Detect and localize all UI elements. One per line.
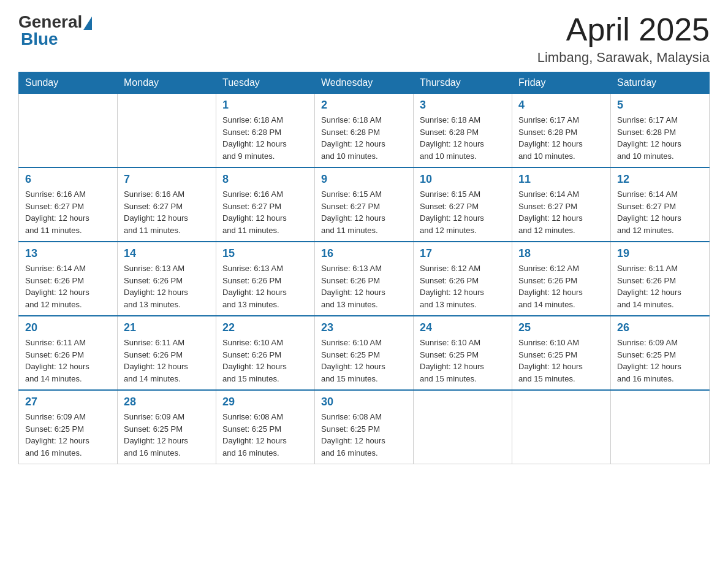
calendar-day-cell bbox=[414, 390, 512, 464]
day-info: Sunrise: 6:11 AMSunset: 6:26 PMDaylight:… bbox=[25, 337, 111, 385]
calendar-day-cell: 29Sunrise: 6:08 AMSunset: 6:25 PMDayligh… bbox=[216, 390, 315, 464]
day-info: Sunrise: 6:10 AMSunset: 6:25 PMDaylight:… bbox=[321, 337, 407, 385]
calendar-day-cell: 19Sunrise: 6:11 AMSunset: 6:26 PMDayligh… bbox=[611, 242, 710, 316]
calendar-day-cell: 25Sunrise: 6:10 AMSunset: 6:25 PMDayligh… bbox=[512, 316, 611, 390]
calendar-day-header: Friday bbox=[512, 72, 611, 94]
calendar-day-cell: 8Sunrise: 6:16 AMSunset: 6:27 PMDaylight… bbox=[216, 167, 315, 242]
calendar-day-header: Monday bbox=[118, 72, 216, 94]
day-info: Sunrise: 6:15 AMSunset: 6:27 PMDaylight:… bbox=[420, 188, 506, 236]
day-number: 9 bbox=[321, 173, 407, 186]
calendar-day-cell: 20Sunrise: 6:11 AMSunset: 6:26 PMDayligh… bbox=[19, 316, 118, 390]
day-info: Sunrise: 6:18 AMSunset: 6:28 PMDaylight:… bbox=[321, 114, 407, 162]
calendar-day-cell: 7Sunrise: 6:16 AMSunset: 6:27 PMDaylight… bbox=[118, 167, 216, 242]
calendar-day-cell: 16Sunrise: 6:13 AMSunset: 6:26 PMDayligh… bbox=[315, 242, 414, 316]
day-number: 12 bbox=[617, 173, 703, 186]
calendar-day-cell: 13Sunrise: 6:14 AMSunset: 6:26 PMDayligh… bbox=[19, 242, 118, 316]
day-info: Sunrise: 6:13 AMSunset: 6:26 PMDaylight:… bbox=[321, 262, 407, 310]
day-number: 19 bbox=[617, 247, 703, 260]
day-info: Sunrise: 6:12 AMSunset: 6:26 PMDaylight:… bbox=[518, 262, 604, 310]
calendar-header-row: SundayMondayTuesdayWednesdayThursdayFrid… bbox=[19, 72, 710, 94]
day-info: Sunrise: 6:08 AMSunset: 6:25 PMDaylight:… bbox=[321, 411, 407, 459]
day-number: 22 bbox=[222, 321, 308, 334]
day-info: Sunrise: 6:18 AMSunset: 6:28 PMDaylight:… bbox=[420, 114, 506, 162]
calendar-day-cell: 3Sunrise: 6:18 AMSunset: 6:28 PMDaylight… bbox=[414, 94, 512, 168]
calendar-day-cell: 1Sunrise: 6:18 AMSunset: 6:28 PMDaylight… bbox=[216, 94, 315, 168]
calendar-day-cell: 10Sunrise: 6:15 AMSunset: 6:27 PMDayligh… bbox=[414, 167, 512, 242]
day-number: 2 bbox=[321, 99, 407, 112]
day-number: 28 bbox=[124, 396, 210, 408]
page-header: General Blue April 2025 Limbang, Sarawak… bbox=[18, 12, 710, 66]
day-info: Sunrise: 6:10 AMSunset: 6:25 PMDaylight:… bbox=[420, 337, 506, 385]
day-number: 25 bbox=[518, 321, 604, 334]
calendar-day-cell: 2Sunrise: 6:18 AMSunset: 6:28 PMDaylight… bbox=[315, 94, 414, 168]
day-number: 20 bbox=[25, 321, 111, 334]
day-number: 6 bbox=[25, 173, 111, 186]
day-number: 11 bbox=[518, 173, 604, 186]
day-info: Sunrise: 6:14 AMSunset: 6:27 PMDaylight:… bbox=[617, 188, 703, 236]
day-info: Sunrise: 6:11 AMSunset: 6:26 PMDaylight:… bbox=[617, 262, 703, 310]
calendar-week-row: 27Sunrise: 6:09 AMSunset: 6:25 PMDayligh… bbox=[19, 390, 710, 464]
calendar-week-row: 13Sunrise: 6:14 AMSunset: 6:26 PMDayligh… bbox=[19, 242, 710, 316]
day-info: Sunrise: 6:17 AMSunset: 6:28 PMDaylight:… bbox=[518, 114, 604, 162]
day-number: 27 bbox=[25, 396, 111, 408]
calendar-day-header: Thursday bbox=[414, 72, 512, 94]
calendar-day-cell: 22Sunrise: 6:10 AMSunset: 6:26 PMDayligh… bbox=[216, 316, 315, 390]
calendar-day-cell: 6Sunrise: 6:16 AMSunset: 6:27 PMDaylight… bbox=[19, 167, 118, 242]
calendar-week-row: 20Sunrise: 6:11 AMSunset: 6:26 PMDayligh… bbox=[19, 316, 710, 390]
day-info: Sunrise: 6:16 AMSunset: 6:27 PMDaylight:… bbox=[124, 188, 210, 236]
day-number: 5 bbox=[617, 99, 703, 112]
logo: General Blue bbox=[18, 12, 92, 49]
day-info: Sunrise: 6:13 AMSunset: 6:26 PMDaylight:… bbox=[124, 262, 210, 310]
calendar-day-cell: 9Sunrise: 6:15 AMSunset: 6:27 PMDaylight… bbox=[315, 167, 414, 242]
calendar-day-cell: 24Sunrise: 6:10 AMSunset: 6:25 PMDayligh… bbox=[414, 316, 512, 390]
day-info: Sunrise: 6:11 AMSunset: 6:26 PMDaylight:… bbox=[124, 337, 210, 385]
calendar-day-header: Wednesday bbox=[315, 72, 414, 94]
day-number: 29 bbox=[222, 396, 308, 408]
day-info: Sunrise: 6:17 AMSunset: 6:28 PMDaylight:… bbox=[617, 114, 703, 162]
day-number: 3 bbox=[420, 99, 506, 112]
calendar-table: SundayMondayTuesdayWednesdayThursdayFrid… bbox=[18, 72, 710, 464]
logo-blue-text: Blue bbox=[21, 29, 58, 49]
day-info: Sunrise: 6:12 AMSunset: 6:26 PMDaylight:… bbox=[420, 262, 506, 310]
calendar-week-row: 6Sunrise: 6:16 AMSunset: 6:27 PMDaylight… bbox=[19, 167, 710, 242]
calendar-day-cell: 17Sunrise: 6:12 AMSunset: 6:26 PMDayligh… bbox=[414, 242, 512, 316]
calendar-day-cell: 21Sunrise: 6:11 AMSunset: 6:26 PMDayligh… bbox=[118, 316, 216, 390]
day-number: 30 bbox=[321, 396, 407, 408]
day-info: Sunrise: 6:10 AMSunset: 6:25 PMDaylight:… bbox=[518, 337, 604, 385]
calendar-day-cell: 4Sunrise: 6:17 AMSunset: 6:28 PMDaylight… bbox=[512, 94, 611, 168]
month-title: April 2025 bbox=[537, 12, 710, 47]
calendar-day-cell: 11Sunrise: 6:14 AMSunset: 6:27 PMDayligh… bbox=[512, 167, 611, 242]
day-number: 13 bbox=[25, 247, 111, 260]
calendar-day-cell bbox=[19, 94, 118, 168]
day-number: 26 bbox=[617, 321, 703, 334]
day-number: 7 bbox=[124, 173, 210, 186]
day-number: 4 bbox=[518, 99, 604, 112]
calendar-day-cell: 26Sunrise: 6:09 AMSunset: 6:25 PMDayligh… bbox=[611, 316, 710, 390]
day-info: Sunrise: 6:13 AMSunset: 6:26 PMDaylight:… bbox=[222, 262, 308, 310]
day-info: Sunrise: 6:08 AMSunset: 6:25 PMDaylight:… bbox=[222, 411, 308, 459]
calendar-day-cell bbox=[512, 390, 611, 464]
title-section: April 2025 Limbang, Sarawak, Malaysia bbox=[537, 12, 710, 66]
day-number: 16 bbox=[321, 247, 407, 260]
day-info: Sunrise: 6:16 AMSunset: 6:27 PMDaylight:… bbox=[25, 188, 111, 236]
calendar-day-cell: 5Sunrise: 6:17 AMSunset: 6:28 PMDaylight… bbox=[611, 94, 710, 168]
calendar-day-cell bbox=[118, 94, 216, 168]
logo-triangle-icon bbox=[83, 17, 92, 30]
day-number: 10 bbox=[420, 173, 506, 186]
calendar-day-cell: 12Sunrise: 6:14 AMSunset: 6:27 PMDayligh… bbox=[611, 167, 710, 242]
location-text: Limbang, Sarawak, Malaysia bbox=[537, 50, 710, 66]
calendar-week-row: 1Sunrise: 6:18 AMSunset: 6:28 PMDaylight… bbox=[19, 94, 710, 168]
day-number: 17 bbox=[420, 247, 506, 260]
day-info: Sunrise: 6:09 AMSunset: 6:25 PMDaylight:… bbox=[124, 411, 210, 459]
calendar-day-cell bbox=[611, 390, 710, 464]
day-info: Sunrise: 6:09 AMSunset: 6:25 PMDaylight:… bbox=[617, 337, 703, 385]
day-number: 14 bbox=[124, 247, 210, 260]
day-info: Sunrise: 6:09 AMSunset: 6:25 PMDaylight:… bbox=[25, 411, 111, 459]
day-number: 15 bbox=[222, 247, 308, 260]
day-number: 23 bbox=[321, 321, 407, 334]
calendar-day-cell: 23Sunrise: 6:10 AMSunset: 6:25 PMDayligh… bbox=[315, 316, 414, 390]
calendar-day-cell: 27Sunrise: 6:09 AMSunset: 6:25 PMDayligh… bbox=[19, 390, 118, 464]
calendar-day-cell: 15Sunrise: 6:13 AMSunset: 6:26 PMDayligh… bbox=[216, 242, 315, 316]
day-info: Sunrise: 6:14 AMSunset: 6:26 PMDaylight:… bbox=[25, 262, 111, 310]
calendar-day-cell: 14Sunrise: 6:13 AMSunset: 6:26 PMDayligh… bbox=[118, 242, 216, 316]
